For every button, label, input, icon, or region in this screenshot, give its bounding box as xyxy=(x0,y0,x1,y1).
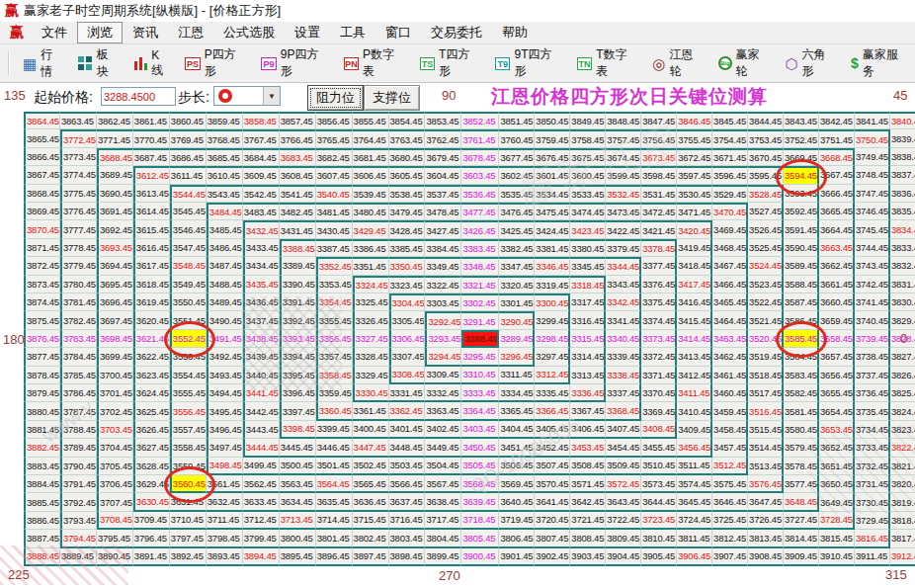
menu-item-3[interactable]: 资讯 xyxy=(123,22,168,43)
support-button[interactable]: 支撑位 xyxy=(364,85,420,111)
grid-cell: 3539.45 xyxy=(353,185,389,203)
menu-item-4[interactable]: 江恩 xyxy=(168,22,213,43)
grid-cell: 3887.45 xyxy=(24,530,60,547)
step-select[interactable]: ▼ xyxy=(213,86,281,106)
grid-cell: 3516.45 xyxy=(748,402,784,420)
grid-cell: 3566.45 xyxy=(389,475,426,493)
grid-cell: 3485.45 xyxy=(207,220,243,238)
grid-cell: 3444.45 xyxy=(243,439,280,457)
grid-cell: 3433.45 xyxy=(243,239,280,257)
grid-cell: 3860.45 xyxy=(170,112,207,129)
grid-cell: 3586.45 xyxy=(784,311,819,329)
toolbar-item-K线[interactable]: K线 xyxy=(126,49,177,77)
toolbar-item-六角形[interactable]: ⬡六角形 xyxy=(777,49,843,77)
grid-cell: 3712.45 xyxy=(243,512,280,530)
grid-cell: 3552.45 xyxy=(170,330,207,348)
toolbar-item-T数字表[interactable]: TNT数字表 xyxy=(569,49,644,77)
toolbar-item-P数字表[interactable]: PNP数字表 xyxy=(336,49,412,77)
grid-cell: 3585.45 xyxy=(784,330,819,348)
grid-cell: 3407.45 xyxy=(606,421,641,439)
grid-cell: 3589.45 xyxy=(784,257,819,275)
grid-cell: 3548.45 xyxy=(170,257,207,275)
toolbar-item-P四方形[interactable]: PSP四方形 xyxy=(177,49,253,77)
grid-cell: 3791.45 xyxy=(60,475,97,493)
ps-badge-icon: PS xyxy=(185,57,200,70)
grid-cell: 3329.45 xyxy=(353,367,389,384)
grid-cell: 3343.45 xyxy=(606,276,641,294)
menu-item-8[interactable]: 窗口 xyxy=(375,22,421,43)
grid-cell: 3451.45 xyxy=(499,439,535,457)
grid-cell: 3723.45 xyxy=(641,512,677,530)
grid-cell: 3442.45 xyxy=(243,402,280,420)
grid-cell: 3292.45 xyxy=(425,311,461,329)
toolbar-item-板块[interactable]: 板块 xyxy=(70,49,126,77)
grid-cell: 3911.45 xyxy=(855,548,890,566)
grid-cell: 3411.45 xyxy=(677,384,712,402)
grid-cell: 3428.45 xyxy=(389,220,426,238)
grid-cell: 3581.45 xyxy=(784,402,819,420)
grid-cell: 3822.45 xyxy=(890,439,915,457)
toolbar-item-9P四方形[interactable]: P99P四方形 xyxy=(253,49,335,77)
grid-cell: 3781.45 xyxy=(60,294,97,311)
menu-item-10[interactable]: 帮助 xyxy=(492,22,538,43)
grid-cell: 3379.45 xyxy=(606,239,641,257)
grid-cell: 3600.45 xyxy=(570,166,606,184)
grid-cell: 3653.45 xyxy=(819,421,855,439)
grid-cell: 3728.45 xyxy=(819,512,855,530)
toolbar-item-9T四方形[interactable]: T99T四方形 xyxy=(487,49,569,77)
grid-cell: 3410.45 xyxy=(677,402,712,420)
grid-cell: 3649.45 xyxy=(819,493,855,511)
grid-cell: 3639.45 xyxy=(461,493,499,511)
grid-cell: 3769.45 xyxy=(170,129,207,147)
grid-cell: 3800.45 xyxy=(280,530,316,547)
grid-cell: 3664.45 xyxy=(819,220,855,238)
menu-item-9[interactable]: 交易委托 xyxy=(421,22,492,43)
grid-cell: 3460.45 xyxy=(712,384,748,402)
grid-cell: 3798.45 xyxy=(207,530,243,547)
grid-cell: 3872.45 xyxy=(24,257,60,275)
grid-cell: 3370.45 xyxy=(641,384,677,402)
toolbar-item-赢家轮[interactable]: Big赢家轮 xyxy=(710,49,777,77)
menu-item-5[interactable]: 公式选股 xyxy=(213,22,285,43)
grid-cell: 3530.45 xyxy=(677,185,712,203)
grid-cell: 3432.45 xyxy=(243,220,280,238)
grid-cell: 3771.45 xyxy=(97,129,133,147)
toolbar-item-赢家服务[interactable]: $赢家服务 xyxy=(843,49,915,77)
grid-cell: 3429.45 xyxy=(353,220,389,238)
grid-cell: 3740.45 xyxy=(855,311,890,329)
grid-cell: 3820.45 xyxy=(890,475,915,493)
grid-cell: 3527.45 xyxy=(748,203,784,220)
grid-cell: 3850.45 xyxy=(535,112,570,129)
toolbar-item-label: P四方形 xyxy=(205,46,246,80)
toolbar-item-T四方形[interactable]: TST四方形 xyxy=(412,49,487,77)
grid-cell: 3749.45 xyxy=(855,148,890,166)
grid-cell: 3853.45 xyxy=(425,112,461,129)
grid-cell: 3784.45 xyxy=(60,348,97,366)
resistance-button[interactable]: 阻力位 xyxy=(307,85,364,111)
grid-cell: 3745.45 xyxy=(855,220,890,238)
grid-cell: 3797.45 xyxy=(170,530,207,547)
window-title: 赢家老子时空周期系统[纵横版] - [价格正方形] xyxy=(24,2,281,20)
grid-cell: 3754.45 xyxy=(712,129,748,147)
menu-item-7[interactable]: 工具 xyxy=(330,22,375,43)
grid-cell: 3291.45 xyxy=(461,311,499,329)
toolbar-item-江恩轮[interactable]: ◎江恩轮 xyxy=(644,49,710,77)
grid-cell: 3697.45 xyxy=(97,311,133,329)
toolbar-item-行情[interactable]: ▦行情 xyxy=(15,49,70,77)
grid-cell: 3787.45 xyxy=(60,402,97,420)
grid-cell: 3426.45 xyxy=(461,220,499,238)
menu-item-6[interactable]: 设置 xyxy=(285,22,330,43)
grid-cell: 3675.45 xyxy=(570,148,606,166)
grid-cell: 3785.45 xyxy=(60,367,97,384)
grid-cell: 3711.45 xyxy=(207,512,243,530)
start-price-input[interactable] xyxy=(101,87,176,106)
menu-item-2[interactable]: 浏览 xyxy=(77,22,123,43)
grid-cell: 3327.45 xyxy=(353,330,389,348)
grid-cell: 3682.45 xyxy=(316,148,353,166)
grid-cell: 3610.45 xyxy=(207,166,243,184)
grid-cell: 3837.45 xyxy=(890,166,915,184)
menu-item-1[interactable]: 文件 xyxy=(32,22,77,43)
chevron-down-icon[interactable]: ▼ xyxy=(263,87,280,105)
grid-cell: 3640.45 xyxy=(499,493,535,511)
grid-cell: 3843.45 xyxy=(784,112,819,129)
